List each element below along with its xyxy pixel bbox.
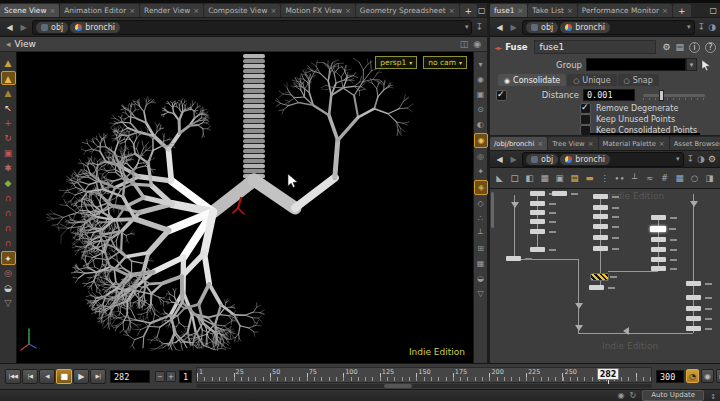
network-node[interactable]	[651, 237, 666, 242]
tab-motion-fx-view[interactable]: Motion FX View	[281, 4, 354, 17]
select-icon[interactable]: ↖	[1, 101, 16, 115]
snap-off-icon[interactable]: ∩	[1, 191, 16, 205]
close-tab-icon[interactable]	[271, 6, 277, 15]
network-node[interactable]	[651, 215, 666, 220]
timeline-ruler[interactable]: 1255075100125150175200225250 282	[196, 367, 652, 383]
clipping-icon[interactable]: ⊙	[475, 103, 487, 116]
grid-icon[interactable]: ▦	[475, 257, 487, 270]
network-node[interactable]	[530, 191, 545, 196]
gizmo-icon[interactable]: ◒	[475, 272, 487, 285]
mode-tab-snap[interactable]: Snap	[618, 74, 659, 86]
network-node[interactable]	[686, 326, 701, 331]
path-dropdown-caret-icon[interactable]	[687, 23, 691, 31]
close-tab-icon[interactable]	[193, 6, 199, 15]
dots-menu-icon[interactable]: ⋮	[598, 170, 611, 186]
network-box-icon[interactable]: ▬	[583, 170, 596, 186]
network-node[interactable]	[651, 247, 666, 252]
go-to-start-button[interactable]: |◀◀	[5, 369, 21, 384]
scene-viewport[interactable]: ▲▲▲↖+↻▣✱◆∩∩∩∩✦◎◒▽ ▾◉▣⊙◐◉◎✦◈◇∴┴⊞▦◒▽ persp…	[0, 52, 487, 363]
collapse-toolbar-icon[interactable]: ▾	[475, 58, 487, 71]
path-dropdown-caret-icon[interactable]	[465, 23, 469, 31]
tab-render-view[interactable]: Render View	[140, 4, 203, 17]
network-node[interactable]	[593, 205, 608, 210]
info-circle-icon[interactable]: ◉	[473, 39, 481, 49]
next-frame-button[interactable]: ▶|	[90, 369, 106, 384]
snap-grid-icon[interactable]: ∩	[1, 206, 16, 220]
forward-icon[interactable]	[18, 23, 29, 32]
headlight-icon[interactable]: ◎	[475, 150, 487, 163]
presets-icon[interactable]: ▤	[675, 42, 684, 52]
close-tab-icon[interactable]	[588, 140, 594, 148]
network-node[interactable]	[593, 235, 608, 240]
new-tab-button[interactable]: +	[460, 4, 478, 17]
display-options-icon[interactable]: ▽	[475, 287, 487, 300]
network-scrollbar[interactable]	[491, 192, 494, 228]
current-frame-field[interactable]: 282	[110, 370, 150, 383]
back-icon[interactable]	[4, 23, 15, 32]
translate-icon[interactable]: +	[1, 116, 16, 130]
breadcrumb-bronchi[interactable]: bronchi	[560, 154, 610, 165]
image-bg-icon[interactable]: ▣	[553, 170, 566, 186]
lock-view-icon[interactable]: ▣	[475, 88, 487, 101]
playhead-marker[interactable]: 282	[597, 368, 619, 380]
tab-obj-bronchi[interactable]: /obj/bronchi	[490, 137, 547, 150]
move-view-icon[interactable]: ▲	[1, 71, 16, 85]
points-display-icon[interactable]: ∴	[475, 212, 487, 225]
node-path-field[interactable]: obj bronchi	[522, 152, 684, 167]
viewport-camera-selector[interactable]: persp1	[375, 56, 417, 69]
network-node[interactable]	[686, 316, 701, 321]
timeline-scroll-handle[interactable]	[384, 384, 412, 388]
overview-icon[interactable]: ◨	[703, 170, 716, 186]
breadcrumb-obj[interactable]: obj	[526, 22, 558, 33]
gear-icon[interactable]	[708, 154, 716, 164]
breadcrumb-obj[interactable]: obj	[36, 22, 68, 33]
pane-arrow-icon[interactable]	[6, 39, 11, 49]
dash-style-icon[interactable]: ∙∙	[613, 170, 626, 186]
more-tools-icon[interactable]: ▽	[1, 296, 16, 310]
grid-display-icon[interactable]: ▦	[673, 170, 686, 186]
gear-icon[interactable]: ⚙	[662, 42, 670, 52]
previous-frame-button[interactable]: |◀	[22, 369, 38, 384]
path-dropdown-caret-icon[interactable]	[676, 155, 680, 163]
close-tab-icon[interactable]	[449, 6, 455, 15]
viewport-camera-link[interactable]: no cam	[423, 56, 467, 69]
help-icon[interactable]: ?	[705, 42, 716, 53]
update-mode-selector[interactable]: Auto Update	[642, 390, 704, 401]
network-node[interactable]	[530, 201, 545, 206]
close-tab-icon[interactable]	[49, 6, 55, 15]
link-mode-icon[interactable]	[708, 22, 716, 32]
forward-icon[interactable]	[508, 155, 519, 164]
network-node[interactable]	[530, 210, 545, 215]
sticky-note-icon[interactable]: ▤	[568, 170, 581, 186]
normals-icon[interactable]: ┴	[475, 227, 487, 240]
decrement-button[interactable]: −	[155, 371, 165, 382]
close-tab-icon[interactable]	[345, 6, 351, 15]
selection-mode-icon[interactable]: ◆	[1, 176, 16, 190]
view-mode-icon[interactable]: ▲	[1, 56, 16, 70]
node-name-field[interactable]: fuse1	[534, 40, 657, 54]
breadcrumb-bronchi[interactable]: bronchi	[70, 22, 120, 33]
tab-asset-browser[interactable]: Asset Browser	[670, 137, 720, 150]
close-tab-icon[interactable]	[517, 6, 523, 15]
tab-scene-view[interactable]: Scene View	[0, 4, 59, 17]
breadcrumb-bronchi[interactable]: bronchi	[560, 22, 610, 33]
distance-enable-checkbox[interactable]	[496, 90, 507, 101]
snap-to-grid-icon[interactable]: #	[658, 170, 671, 186]
shade-mode-icon[interactable]: ◐	[475, 118, 487, 131]
info-icon[interactable]: i	[689, 42, 700, 53]
cplane-icon[interactable]: ◒	[1, 281, 16, 295]
stop-button[interactable]: ■	[56, 369, 72, 384]
node-path-field[interactable]: obj bronchi	[32, 20, 472, 35]
measure-icon[interactable]: ◎	[1, 266, 16, 280]
pose-icon[interactable]: ✱	[1, 161, 16, 175]
new-tab-button[interactable]: +	[673, 4, 691, 17]
audio-panel-icon[interactable]: ▭	[716, 369, 720, 383]
prim-numbers-icon[interactable]: ⊞	[475, 242, 487, 255]
network-node[interactable]	[651, 266, 666, 271]
layout-icon[interactable]: ◫	[460, 39, 469, 49]
close-tab-icon[interactable]	[537, 140, 543, 148]
distance-slider[interactable]	[643, 94, 705, 97]
frame-increment-field[interactable]: 1	[179, 370, 192, 383]
recook-icon[interactable]: ↻	[630, 391, 637, 400]
badge-icon[interactable]: ◣	[493, 170, 506, 186]
